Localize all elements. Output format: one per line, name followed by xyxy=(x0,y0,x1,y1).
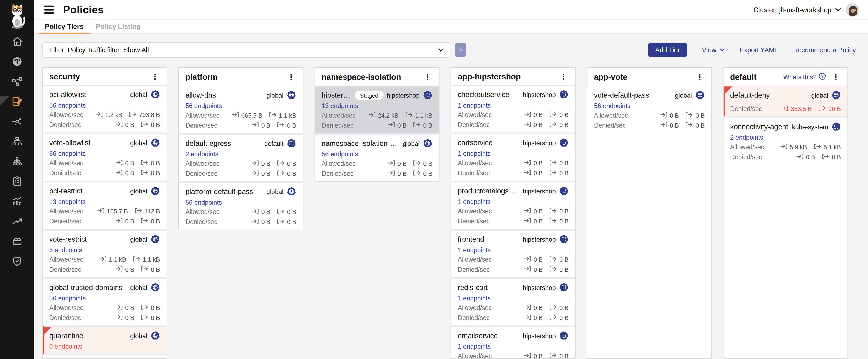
sidebar-item-clipboard[interactable] xyxy=(0,172,34,192)
endpoints-link[interactable]: 56 endpoints xyxy=(185,198,222,206)
policy-card[interactable]: vote-allowlistglobal56 endpointsAllowed/… xyxy=(42,133,166,181)
tier-column-app-vote: app-vote⋮vote-default-passglobal56 endpo… xyxy=(587,67,712,359)
tab-policy-tiers[interactable]: Policy Tiers xyxy=(39,20,90,34)
endpoints-link[interactable]: 0 endpoints xyxy=(49,342,82,350)
policy-name: vote-default-pass xyxy=(594,90,649,100)
endpoints-link[interactable]: 1 endpoints xyxy=(458,149,491,157)
sidebar-item-bar-chart[interactable] xyxy=(0,192,34,212)
sidebar-item-trend[interactable] xyxy=(0,212,34,232)
hamburger-menu-icon[interactable] xyxy=(43,5,55,15)
endpoints-link[interactable]: 2 endpoints xyxy=(185,150,218,158)
user-avatar[interactable] xyxy=(846,3,859,17)
endpoints-link[interactable]: 56 endpoints xyxy=(49,149,86,157)
tier-menu-icon[interactable]: ⋮ xyxy=(423,73,432,81)
policy-card[interactable]: vote-restrictglobal6 endpointsAllowed/se… xyxy=(42,229,166,277)
policy-card[interactable]: redis-carthipstershop1 endpointsAllowed/… xyxy=(451,277,575,325)
tier-menu-icon[interactable]: ⋮ xyxy=(150,73,160,80)
policy-scope-group: global xyxy=(130,331,160,340)
endpoints-link[interactable]: 13 endpoints xyxy=(321,102,358,110)
stat-values: 0 B0 B xyxy=(524,314,568,322)
ingress-value: 0 B xyxy=(388,160,407,168)
endpoints-link[interactable]: 1 endpoints xyxy=(458,246,491,254)
ingress-icon xyxy=(115,169,123,177)
policy-card[interactable]: security-default-passglobal xyxy=(42,354,166,359)
endpoints-link[interactable]: 6 endpoints xyxy=(49,246,82,254)
endpoints-link[interactable]: 13 endpoints xyxy=(49,198,86,206)
tier-menu-icon[interactable]: ⋮ xyxy=(558,73,568,80)
policy-card[interactable]: namespace-isolation-default-p…global56 e… xyxy=(315,133,439,181)
ingress-amount: 0 B xyxy=(534,266,543,274)
policy-card[interactable]: default-egressdefault2 endpointsAllowed/… xyxy=(179,133,303,181)
sidebar-item-hierarchy[interactable] xyxy=(0,133,34,153)
egress-icon xyxy=(549,266,557,274)
sidebar-item-dashboard[interactable] xyxy=(0,53,34,73)
chevron-down-icon xyxy=(720,48,725,52)
policy-card[interactable]: vote-default-passglobal56 endpointsAllow… xyxy=(587,86,711,133)
endpoints-link[interactable]: 1 endpoints xyxy=(458,198,491,206)
endpoints-link[interactable]: 56 endpoints xyxy=(185,102,222,110)
ingress-amount: 5.9 kB xyxy=(790,143,807,151)
policy-card[interactable]: hipstershop-gh…Stagedhipstershop13 endpo… xyxy=(315,86,439,133)
ingress-value: 0 B xyxy=(524,266,543,274)
policy-card[interactable]: pci-allowlistglobal56 endpointsAllowed/s… xyxy=(42,86,166,133)
policy-scope-group: global xyxy=(130,234,160,244)
tier-menu-icon[interactable]: ⋮ xyxy=(286,73,296,81)
endpoints-link[interactable]: 56 endpoints xyxy=(49,101,86,109)
filter-value: Filter: Policy Traffic filter: Show All xyxy=(49,46,149,54)
ingress-icon xyxy=(524,266,531,274)
policy-card[interactable]: cartservicehipstershop1 endpointsAllowed… xyxy=(451,133,575,181)
endpoints-link[interactable]: 1 endpoints xyxy=(458,342,491,350)
sidebar-item-package[interactable] xyxy=(0,232,34,252)
policy-card[interactable]: global-trusted-domainsglobal56 endpoints… xyxy=(42,277,166,325)
policy-name: default-egress xyxy=(185,139,231,148)
egress-value: 0 B xyxy=(549,111,568,119)
traffic-stat-row: Allowed/sec24.2 kB1.1 kB xyxy=(321,111,432,120)
whats-this-link[interactable]: Whats this?? xyxy=(783,73,826,81)
ingress-icon xyxy=(524,314,531,322)
recommend-policy-button[interactable]: Recommend a Policy xyxy=(793,46,856,54)
policy-card[interactable]: konnectivity-agentkube-system2 endpoints… xyxy=(723,116,848,165)
tab-policy-listing[interactable]: Policy Listing xyxy=(90,20,147,34)
endpoints-link[interactable]: 56 endpoints xyxy=(321,150,358,158)
policy-card[interactable]: default-denyglobalDenied/sec353.5 B96 B xyxy=(723,86,848,116)
policy-card-title-row: default-egressdefault xyxy=(185,139,296,148)
egress-value: 0 B xyxy=(277,121,296,130)
policy-traffic-filter-select[interactable]: Filter: Policy Traffic filter: Show All xyxy=(42,42,451,58)
egress-icon xyxy=(269,111,277,120)
ingress-amount: 0 B xyxy=(534,217,543,226)
endpoints-link[interactable]: 2 endpoints xyxy=(730,134,763,141)
endpoints-link[interactable]: 1 endpoints xyxy=(458,295,491,302)
sidebar-item-cluster[interactable] xyxy=(0,153,34,172)
endpoints-link[interactable]: 56 endpoints xyxy=(594,102,630,110)
policy-card[interactable]: allow-dnsglobal56 endpointsAllowed/sec66… xyxy=(179,86,303,133)
ingress-icon xyxy=(251,160,259,168)
ingress-amount: 0 B xyxy=(125,121,134,129)
clear-filter-button[interactable]: × xyxy=(455,43,466,56)
tier-menu-icon[interactable]: ⋮ xyxy=(695,73,705,81)
policy-card[interactable]: platform-default-passglobal56 endpointsA… xyxy=(179,182,303,229)
ingress-icon xyxy=(781,105,788,113)
endpoints-link[interactable]: 1 endpoints xyxy=(458,101,491,109)
cluster-icon xyxy=(11,155,23,169)
export-yaml-button[interactable]: Export YAML xyxy=(740,46,778,54)
sidebar-item-connections[interactable] xyxy=(0,113,34,133)
view-menu-button[interactable]: View xyxy=(702,46,725,54)
sidebar-item-service-graph[interactable] xyxy=(0,73,34,93)
sidebar-item-shield[interactable] xyxy=(0,252,34,272)
ingress-icon xyxy=(524,111,531,119)
policy-card[interactable]: checkoutservicehipstershop1 endpointsAll… xyxy=(451,86,575,133)
policy-card[interactable]: frontendhipstershop1 endpointsAllowed/se… xyxy=(451,229,575,277)
policy-card[interactable]: quarantineglobal0 endpoints xyxy=(42,325,166,354)
endpoints-link[interactable]: 56 endpoints xyxy=(49,295,86,302)
calico-cat-logo[interactable] xyxy=(0,0,34,31)
policy-card[interactable]: pci-restrictglobal13 endpointsAllowed/se… xyxy=(42,181,166,229)
add-tier-button[interactable]: Add Tier xyxy=(648,43,687,57)
cluster-selector[interactable]: Cluster: jlt-msft-workshop xyxy=(753,6,841,13)
sidebar-item-home[interactable] xyxy=(0,33,34,53)
scope-label: global xyxy=(403,140,420,147)
policy-card[interactable]: emailservicehipstershop1 endpointsAllowe… xyxy=(451,325,575,359)
policy-card[interactable]: productcatalogservicehipstershop1 endpoi… xyxy=(451,181,575,229)
policy-scope-group: global xyxy=(130,283,160,292)
egress-value: 0 B xyxy=(277,170,296,178)
tier-menu-icon[interactable]: ⋮ xyxy=(831,73,841,81)
